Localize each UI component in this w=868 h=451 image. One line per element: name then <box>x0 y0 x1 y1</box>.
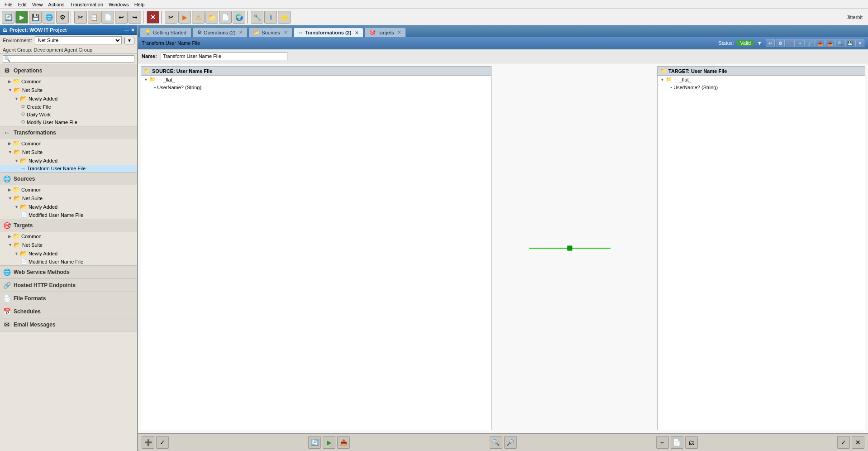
source-field-item[interactable]: ▪ UserName? (String) <box>141 83 491 91</box>
toolbar-info-btn[interactable]: ℹ <box>264 11 277 24</box>
src-common-folder[interactable]: ▶ 📁 Common <box>0 185 137 194</box>
toolbar-paste-btn[interactable]: 📄 <box>101 11 114 24</box>
tab-getting-started-icon: 💡 <box>145 29 151 35</box>
tr-btn-5[interactable]: 🔗 <box>806 39 815 47</box>
op-newly-added-folder[interactable]: ▼ 📂 Newly Added <box>0 94 137 103</box>
toolbar-new-btn[interactable]: 🔄 <box>2 11 14 24</box>
tr-btn-2[interactable]: ⚙ <box>776 39 785 47</box>
menu-file[interactable]: File <box>2 2 15 7</box>
sources-header[interactable]: 🌐 Sources <box>0 173 137 185</box>
bottom-arrow-left-btn[interactable]: ← <box>656 436 669 449</box>
toolbar-star-btn[interactable]: ⭐ <box>278 11 291 24</box>
targets-header[interactable]: 🎯 Targets <box>0 219 137 232</box>
menu-view[interactable]: View <box>29 2 46 7</box>
tr-newly-added-folder[interactable]: ▼ 📂 Newly Added <box>0 156 137 165</box>
bottom-check-btn[interactable]: ✓ <box>156 436 169 449</box>
src-netsuite-folder[interactable]: ▼ 📂 Net Suite <box>0 194 137 202</box>
toolbar-file-btn[interactable]: 📄 <box>219 11 232 24</box>
src-modified-file-item[interactable]: 📄 Modified User Name File <box>0 211 137 219</box>
menu-actions[interactable]: Actions <box>45 2 67 7</box>
bottom-close-btn[interactable]: ✕ <box>852 436 864 449</box>
tr-btn-4[interactable]: + <box>796 39 805 47</box>
environment-btn[interactable]: ▼ <box>124 37 134 44</box>
tr-btn-8[interactable]: 🔍 <box>835 39 844 47</box>
tr-btn-1[interactable]: ↩ <box>766 39 775 47</box>
op-netsuite-folder[interactable]: ▼ 📂 Net Suite <box>0 86 137 94</box>
operations-header[interactable]: ⚙ Operations <box>0 64 137 77</box>
schedules-header[interactable]: 📅 Schedules <box>0 305 137 318</box>
tab-sources-close[interactable]: ✕ <box>284 30 287 35</box>
toolbar-refresh-btn[interactable]: 🌐 <box>43 11 55 24</box>
environment-select[interactable]: Net Suite <box>35 36 122 44</box>
target-flat-item[interactable]: ▼ 📁 — _flat_ <box>658 76 865 83</box>
bottom-refresh-btn[interactable]: 🔄 <box>308 436 321 449</box>
tab-operations[interactable]: ⚙ Operations (2) ✕ <box>192 27 248 37</box>
menu-windows[interactable]: Windows <box>106 2 132 7</box>
toolbar-alert-btn[interactable]: ⚠ <box>192 11 205 24</box>
target-field-item[interactable]: ▪ UserName? (String) <box>658 83 865 91</box>
tr-transform-file-item[interactable]: ↔ Transform User Name File <box>0 165 137 172</box>
tab-transformations-close[interactable]: ✕ <box>355 30 358 35</box>
status-dropdown[interactable]: ▼ <box>757 40 762 46</box>
web-service-header[interactable]: 🌐 Web Service Methods <box>0 266 137 278</box>
toolbar-cut-btn[interactable]: ✂ <box>74 11 87 24</box>
menu-edit[interactable]: Edit <box>15 2 29 7</box>
toolbar-folder-btn[interactable]: 📁 <box>205 11 218 24</box>
bottom-zoom-in-btn[interactable]: 🔎 <box>504 436 517 449</box>
toolbar-arrow-btn[interactable]: ▶ <box>178 11 191 24</box>
menu-help[interactable]: Help <box>132 2 148 7</box>
src-newly-added-folder[interactable]: ▼ 📂 Newly Added <box>0 202 137 211</box>
tr-btn-6[interactable]: 📤 <box>816 39 825 47</box>
bottom-zoom-out-btn[interactable]: 🔍 <box>490 436 502 449</box>
email-messages-section: ✉ Email Messages <box>0 318 137 331</box>
project-minimize-btn[interactable]: — <box>124 28 129 33</box>
tr-btn-7[interactable]: 📥 <box>825 39 835 47</box>
tgt-common-folder[interactable]: ▶ 📁 Common <box>0 232 137 240</box>
toolbar-deploy-btn[interactable]: ⚙ <box>56 11 69 24</box>
op-common-folder[interactable]: ▶ 📁 Common <box>0 77 137 86</box>
toolbar-open-btn[interactable]: ▶ <box>15 11 28 24</box>
source-flat-item[interactable]: ▼ 📁 — _flat_ <box>141 76 491 83</box>
search-input[interactable] <box>3 55 134 62</box>
project-close-btn[interactable]: ✕ <box>131 28 134 33</box>
tab-sources[interactable]: 📂 Sources ✕ <box>248 27 292 37</box>
toolbar-undo-btn[interactable]: ↩ <box>115 11 128 24</box>
toolbar-globe-btn[interactable]: 🌍 <box>233 11 245 24</box>
tab-targets[interactable]: 🎯 Targets ✕ <box>364 27 406 37</box>
op-create-file-item[interactable]: ⚙ Create File <box>0 103 137 110</box>
bottom-run-btn[interactable]: ▶ <box>323 436 335 449</box>
toolbar-copy-btn[interactable]: 📋 <box>88 11 100 24</box>
bottom-deploy-btn[interactable]: 📤 <box>337 436 350 449</box>
file-formats-header[interactable]: 📄 File Formats <box>0 292 137 305</box>
tgt-modified-file-item[interactable]: 📄 Modified User Name File <box>0 258 137 265</box>
toolbar-redo-btn[interactable]: ↪ <box>129 11 141 24</box>
toolbar-save-btn[interactable]: 💾 <box>29 11 42 24</box>
tab-transformations[interactable]: ↔ Transformations (2) ✕ <box>293 28 364 37</box>
tgt-newly-added-folder[interactable]: ▼ 📂 Newly Added <box>0 249 137 258</box>
toolbar-scissors-btn[interactable]: ✂ <box>165 11 177 24</box>
source-field-icon: ▪ <box>154 84 156 91</box>
bottom-add-btn[interactable]: ➕ <box>142 436 154 449</box>
tab-getting-started[interactable]: 💡 Getting Started <box>140 27 191 37</box>
tr-common-folder[interactable]: ▶ 📁 Common <box>0 139 137 148</box>
tr-btn-10[interactable]: ✕ <box>855 39 864 47</box>
name-input[interactable] <box>161 52 287 60</box>
tab-targets-close[interactable]: ✕ <box>397 30 401 35</box>
tgt-netsuite-folder[interactable]: ▼ 📂 Net Suite <box>0 240 137 249</box>
tr-btn-3[interactable]: ✕ <box>786 39 795 47</box>
tab-operations-close[interactable]: ✕ <box>239 30 243 35</box>
transformations-header[interactable]: ↔ Transformations <box>0 126 137 139</box>
menu-transformation[interactable]: Transformation <box>67 2 106 7</box>
op-modify-icon: ⚙ <box>21 119 25 125</box>
op-daily-work-item[interactable]: ⚙ Daily Work <box>0 110 137 118</box>
email-messages-header[interactable]: ✉ Email Messages <box>0 318 137 331</box>
tr-btn-9[interactable]: 💾 <box>845 39 854 47</box>
op-modify-file-item[interactable]: ⚙ Modify User Name File <box>0 118 137 126</box>
bottom-check2-btn[interactable]: ✓ <box>837 436 850 449</box>
toolbar-settings-btn[interactable]: 🔧 <box>251 11 263 24</box>
http-endpoints-header[interactable]: 🔗 Hosted HTTP Endpoints <box>0 279 137 292</box>
bottom-file-btn[interactable]: 📄 <box>671 436 683 449</box>
bottom-table-btn[interactable]: 🗂 <box>685 436 698 449</box>
toolbar-btn-x[interactable]: ✕ <box>147 11 159 24</box>
tr-netsuite-folder[interactable]: ▼ 📂 Net Suite <box>0 148 137 156</box>
